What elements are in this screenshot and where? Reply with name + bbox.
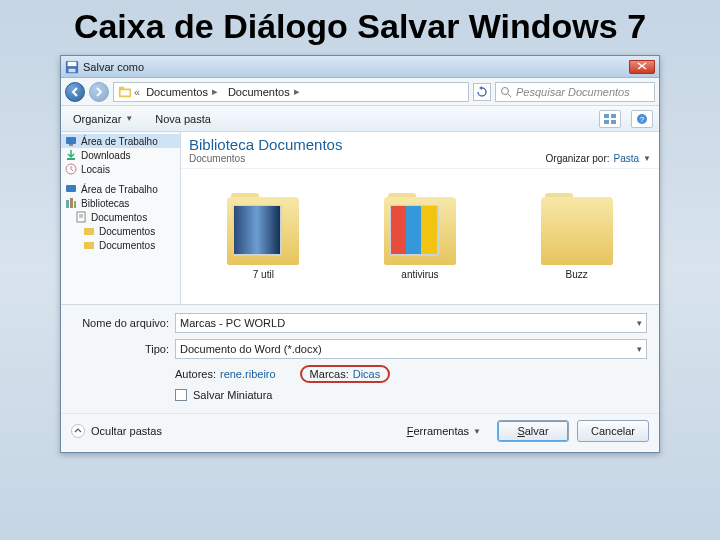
svg-rect-14	[66, 137, 76, 144]
svg-rect-4	[119, 87, 124, 90]
save-icon	[65, 60, 79, 74]
download-icon	[65, 149, 77, 161]
doc-icon	[75, 211, 87, 223]
tags-field[interactable]: Marcas: Dicas	[300, 365, 391, 383]
toolbar: Organizar▼ Nova pasta ?	[61, 106, 659, 132]
crumb-1[interactable]: Documentos▸	[142, 85, 222, 98]
action-bar: Ocultar pastas Ferramentas▼ Salvar Cance…	[61, 413, 659, 452]
chevron-down-icon: ▾	[637, 318, 642, 328]
sidebar-item-desktop[interactable]: Área de Trabalho	[61, 134, 180, 148]
library-subtitle: Documentos	[189, 153, 342, 164]
search-placeholder: Pesquisar Documentos	[516, 86, 630, 98]
svg-rect-21	[74, 201, 76, 208]
folder-antivirus[interactable]: antivirus	[370, 197, 470, 280]
save-thumbnail-label: Salvar Miniatura	[193, 389, 272, 401]
svg-rect-9	[611, 114, 616, 118]
sidebar-item-documents-folder2[interactable]: Documentos	[61, 238, 180, 252]
svg-text:?: ?	[640, 115, 645, 124]
sidebar-item-recent[interactable]: Locais	[61, 162, 180, 176]
organize-by[interactable]: Organizar por: Pasta ▼	[546, 153, 651, 164]
refresh-button[interactable]	[473, 83, 491, 101]
filename-label: Nome do arquivo:	[73, 317, 169, 329]
svg-rect-5	[121, 90, 130, 95]
folder-icon	[83, 225, 95, 237]
crumb-2[interactable]: Documentos▸	[224, 85, 304, 98]
svg-rect-16	[67, 158, 75, 160]
view-mode-button[interactable]	[599, 110, 621, 128]
library-icon	[65, 197, 77, 209]
svg-line-7	[508, 94, 511, 97]
svg-point-6	[502, 87, 509, 94]
chevron-down-icon: ▼	[643, 154, 651, 163]
titlebar[interactable]: Salvar como	[61, 56, 659, 78]
search-input[interactable]: Pesquisar Documentos	[495, 82, 655, 102]
form-section: Nome do arquivo: Marcas - PC WORLD▾ Tipo…	[61, 304, 659, 413]
tools-menu[interactable]: Ferramentas▼	[407, 425, 489, 437]
sidebar[interactable]: Área de Trabalho Downloads Locais Área d…	[61, 132, 181, 304]
folder-label: 7 util	[253, 269, 274, 280]
folder-grid: 7 util antivirus Buzz	[181, 169, 659, 304]
close-button[interactable]	[629, 60, 655, 74]
slide-title: Caixa de Diálogo Salvar Windows 7	[0, 0, 720, 55]
chevron-up-icon	[71, 424, 85, 438]
hide-folders-toggle[interactable]: Ocultar pastas	[71, 424, 162, 438]
chevron-down-icon: ▾	[637, 344, 642, 354]
svg-rect-20	[70, 198, 73, 208]
search-icon	[500, 86, 512, 98]
save-button[interactable]: Salvar	[497, 420, 569, 442]
folder-icon	[83, 239, 95, 251]
svg-rect-19	[66, 200, 69, 208]
svg-rect-26	[84, 242, 94, 249]
folder-label: antivirus	[401, 269, 438, 280]
svg-rect-10	[604, 120, 609, 124]
desktop-icon	[65, 135, 77, 147]
filename-input[interactable]: Marcas - PC WORLD▾	[175, 313, 647, 333]
new-folder-button[interactable]: Nova pasta	[149, 111, 217, 127]
library-icon	[118, 85, 132, 99]
content-area: Biblioteca Documentos Documentos Organiz…	[181, 132, 659, 304]
chevron-down-icon: ▼	[125, 114, 133, 123]
folder-label: Buzz	[566, 269, 588, 280]
filetype-label: Tipo:	[73, 343, 169, 355]
svg-rect-25	[84, 228, 94, 235]
sidebar-item-documents[interactable]: Documentos	[61, 210, 180, 224]
chevron-down-icon: ▼	[473, 427, 481, 436]
sidebar-item-documents-folder1[interactable]: Documentos	[61, 224, 180, 238]
svg-rect-1	[68, 62, 77, 66]
save-thumbnail-checkbox[interactable]	[175, 389, 187, 401]
svg-rect-15	[69, 144, 73, 146]
save-dialog: Salvar como « Documentos▸ Documentos▸ Pe…	[60, 55, 660, 453]
folder-7util[interactable]: 7 util	[213, 197, 313, 280]
sidebar-item-libraries[interactable]: Bibliotecas	[61, 196, 180, 210]
chevron-right-icon: «	[134, 86, 140, 98]
library-title: Biblioteca Documentos	[189, 136, 342, 153]
authors-field[interactable]: Autores: rene.ribeiro	[175, 368, 276, 380]
svg-rect-18	[66, 185, 76, 192]
nav-row: « Documentos▸ Documentos▸ Pesquisar Docu…	[61, 78, 659, 106]
svg-rect-8	[604, 114, 609, 118]
titlebar-text: Salvar como	[83, 61, 144, 73]
recent-icon	[65, 163, 77, 175]
cancel-button[interactable]: Cancelar	[577, 420, 649, 442]
nav-forward-button[interactable]	[89, 82, 109, 102]
sidebar-item-downloads[interactable]: Downloads	[61, 148, 180, 162]
desktop-icon	[65, 183, 77, 195]
breadcrumb[interactable]: « Documentos▸ Documentos▸	[113, 82, 469, 102]
svg-rect-2	[69, 69, 76, 73]
sidebar-item-desktop2[interactable]: Área de Trabalho	[61, 182, 180, 196]
help-button[interactable]: ?	[631, 110, 653, 128]
filetype-select[interactable]: Documento do Word (*.docx)▾	[175, 339, 647, 359]
folder-buzz[interactable]: Buzz	[527, 197, 627, 280]
organize-menu[interactable]: Organizar▼	[67, 111, 139, 127]
nav-back-button[interactable]	[65, 82, 85, 102]
svg-rect-11	[611, 120, 616, 124]
